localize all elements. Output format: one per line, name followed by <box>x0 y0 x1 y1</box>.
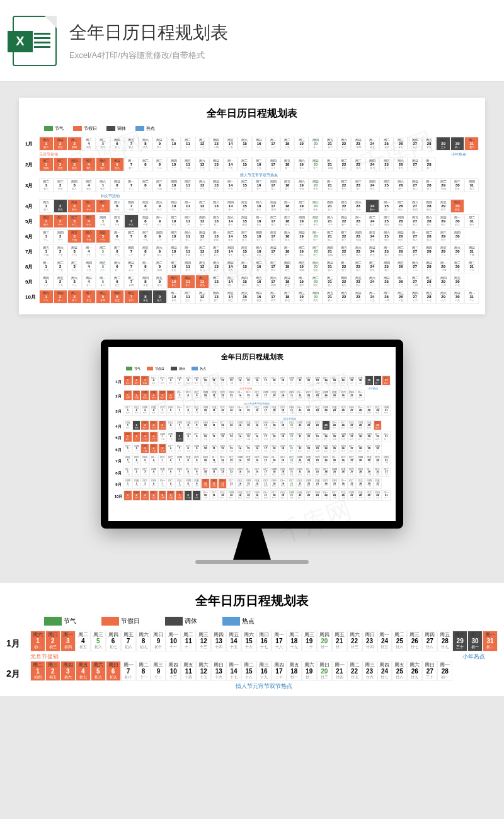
day-cell: 周日 2 初三 <box>45 631 60 651</box>
day-cell: 周二 12 十九 <box>195 199 210 213</box>
month-row: 2月 周二 1 初四 周三 2 初五 周四 3 初六 周五 4 初七 周六 5 … <box>113 390 391 401</box>
day-cell: 周五 21 廿二 <box>332 631 347 651</box>
day-cell: 周五 1 十四 <box>123 455 132 466</box>
day-cell: 周四 20 廿一 <box>317 631 332 651</box>
day-cell: 周三 2 初五 <box>45 661 60 682</box>
day-cell: 周一 19 初六 <box>278 478 287 489</box>
day-cell: 周四 12 廿一 <box>195 214 210 228</box>
day-cell: 周一 25 初二 <box>330 420 339 431</box>
day-cell: 周三 12 十三 <box>218 375 227 386</box>
day-cell: 周一 26 十三 <box>339 478 348 489</box>
swatch-dark <box>165 617 183 626</box>
day-cell: 周日 2 廿一 <box>54 290 68 304</box>
day-cell: 周五 22 廿九 <box>337 199 352 213</box>
day-cell: 周四 5 十四 <box>96 214 110 228</box>
day-cell: 周日 1 初十 <box>123 432 132 442</box>
day-cell: 周二 4 初五 <box>82 137 96 151</box>
month-row: 10月 周六 1 二十 周日 2 廿一 周一 3 廿二 周二 4 廿三 周三 5… <box>25 290 479 304</box>
day-cell: 周六 29 三十 <box>365 375 374 386</box>
day-cell: 周一 17 十八 <box>266 137 280 151</box>
day-cell: 周六 8 初九 <box>139 137 153 151</box>
day-cell: 周五 7 初八 <box>175 375 184 386</box>
day-cell: 周六 18 廿九 <box>280 229 295 243</box>
day-cell: 周一 15 三十 <box>244 467 253 478</box>
day-cell: 周四 31 初六 <box>382 405 391 416</box>
day-cell: 周日 20 廿三 <box>317 661 332 682</box>
day-cell: 周六 26 初一 <box>394 178 408 192</box>
day-cell: 周日 11 廿八 <box>210 478 219 489</box>
day-cell: 周四 28 十一 <box>356 455 365 466</box>
day-cell: 周一 21 廿四 <box>332 661 347 682</box>
day-cell: 周三 12 初一 <box>195 290 210 304</box>
day-cell: 周四 26 初五 <box>339 432 348 442</box>
day-cell: 周日 6 十一 <box>166 405 175 416</box>
month-row: 2月 周二 1 初四 周三 2 初五 周四 3 初六 周五 4 初七 周六 5 … <box>6 661 498 682</box>
swatch-orange <box>147 367 153 370</box>
day-cell: 周日 17 廿四 <box>266 199 280 213</box>
day-cell: 周二 13 三十 <box>227 478 236 489</box>
day-cell: 周四 21 初四 <box>323 244 337 258</box>
day-cell: 周一 29 十四 <box>436 260 450 273</box>
day-cell: 周二 17 廿六 <box>266 214 280 228</box>
day-cell: 周六 29 三十 <box>436 137 450 151</box>
monitor-screen: 千库网千库网千库网全年日历日程规划表 节气 节假日 调休 热点 1月 周六 1 … <box>108 347 396 521</box>
day-cell: 周六 22 廿三 <box>304 375 313 386</box>
day-cell: 周三 20 廿七 <box>287 420 296 431</box>
day-cell: 周四 7 二十 <box>175 455 184 466</box>
day-cell: 周日 30 初一 <box>467 631 483 651</box>
day-cell: 周二 20 初七 <box>309 275 323 289</box>
day-cell: 周一 17 十八 <box>272 631 287 651</box>
month-label: 6月 <box>25 229 39 240</box>
day-cell: 周日 31 十四 <box>382 455 391 466</box>
day-cell: 周四 7 二十 <box>124 244 139 258</box>
day-cell: 周三 3 十八 <box>67 260 82 273</box>
day-cell: 周一 24 廿五 <box>365 137 380 151</box>
day-cell: 周二 19 廿六 <box>278 420 287 431</box>
day-cell: 周六 20 初五 <box>287 467 296 478</box>
day-cell: 周六 15 十六 <box>238 137 252 151</box>
day-cell: 周二 15 十八 <box>238 158 252 171</box>
day-cell: 周三 13 二十 <box>209 199 224 213</box>
day-cell: 周六 2 十五 <box>54 244 68 258</box>
day-cell: 周四 20 初九 <box>287 490 296 501</box>
day-cell: 周五 28 十七 <box>422 290 437 304</box>
swatch-green <box>126 367 132 370</box>
day-cell: 周三 25 初四 <box>330 432 339 442</box>
day-cell: 周四 10 十五 <box>201 405 210 416</box>
day-cell: 周五 8 十五 <box>139 199 153 213</box>
day-cell: 周六 29 十八 <box>365 490 374 501</box>
day-cell: 周六 9 十六 <box>152 199 167 213</box>
day-cell: 周日 3 十六 <box>67 244 82 258</box>
day-cell: 周五 18 廿一 <box>280 158 295 171</box>
promo-jan: 元旦节促销小年热点 <box>25 152 479 158</box>
day-cell: 周五 25 廿八 <box>379 158 394 171</box>
swatch-green <box>44 126 53 131</box>
day-cell: 周四 13 初二 <box>227 490 236 501</box>
day-cell: 周三 10 廿五 <box>201 467 210 478</box>
day-cell: 周一 30 初九 <box>450 214 465 228</box>
day-cell: 周五 29 十二 <box>436 244 450 258</box>
day-cell: 周四 27 廿八 <box>408 137 422 151</box>
day-cell: 周六 22 廿三 <box>347 631 362 651</box>
day-cell: 周日 16 初五 <box>252 290 266 304</box>
day-cell: 周六 1 二十 <box>123 490 132 501</box>
day-cell: 周五 8 十五 <box>184 420 193 431</box>
promo-jan: 元旦节促销小年热点 <box>6 653 498 661</box>
day-cell: 周六 12 十五 <box>196 661 211 682</box>
day-cell: 周五 30 十七 <box>374 478 382 489</box>
day-cell: 周六 16 廿九 <box>253 455 261 466</box>
day-cell: 周四 25 初十 <box>330 467 339 478</box>
day-cell: 周五 16 初三 <box>252 275 266 289</box>
day-cell: 周一 14 十九 <box>236 405 244 416</box>
day-cell: 周二 21 初二 <box>323 229 337 243</box>
day-cell: 周四 30 十一 <box>450 229 465 243</box>
day-cell: 周二 22 廿五 <box>304 390 313 401</box>
day-cell: 周六 5 初八 <box>91 661 106 682</box>
day-cell: 周五 18 廿一 <box>287 661 302 682</box>
day-cell: 周二 4 廿三 <box>149 490 158 501</box>
day-cell: 周日 18 初五 <box>270 478 279 489</box>
legend: 节气 节假日 调休 热点 <box>113 367 391 370</box>
day-cell: 周一 18 廿五 <box>270 420 279 431</box>
day-cell: 周日 26 初七 <box>394 229 408 243</box>
day-cell: 周三 2 初五 <box>54 158 68 171</box>
